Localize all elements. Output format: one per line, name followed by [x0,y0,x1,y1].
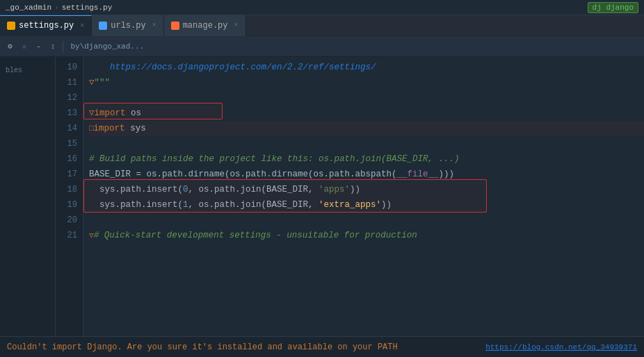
linenum-10: 10 [67,60,77,75]
code-sys-14: sys [130,121,146,136]
toolbar-gear[interactable]: ⚙ [4,40,16,52]
linenum-14: 14 [67,121,77,136]
tab-urls-close[interactable]: × [152,22,156,29]
code-comment-21: # Quick-start development settings - uns… [94,228,417,243]
toolbar-expand[interactable]: ↕ [47,41,59,52]
settings-file-icon [7,22,15,30]
code-str-18: 'apps' [319,182,350,197]
code-lines[interactable]: https://docs.djangoproject.com/en/2.2/re… [83,57,644,357]
tab-settings-close[interactable]: × [80,22,84,30]
code-docstring-11: """ [95,75,111,90]
code-line-12 [89,90,644,106]
code-file-17: __file__ [397,167,439,182]
title-file: settings.py [62,3,113,12]
status-link[interactable]: https://blog.csdn.net/qq_34939371 [485,343,637,351]
toolbar-star[interactable]: ☆ [19,40,31,52]
code-line-20 [89,213,644,228]
code-comma-18: , os.path.join(BASE_DIR, [188,182,319,197]
tab-manage[interactable]: manage.py × [164,15,246,36]
code-basedir-17: BASE_DIR = os.path.dirname(os.path.dirna… [89,167,397,182]
code-import-14: import [94,121,131,136]
sidebar: bles [0,57,56,357]
code-line-16: # Build paths inside the project like th… [89,151,644,167]
code-line-21: ▽ # Quick-start development settings - u… [89,228,644,243]
urls-file-icon [99,22,107,30]
code-line-19: sys.path.insert(1, os.path.join(BASE_DIR… [89,197,644,213]
code-close-18: )) [350,182,360,197]
title-bar-left: _go_xadmin › settings.py [6,3,112,12]
code-line-13: ▽ import os [89,106,644,121]
linenum-15: 15 [67,136,77,151]
breadcrumb: by\django_xad... [70,42,144,51]
linenum-13: 13 [67,106,77,121]
tab-manage-close[interactable]: × [234,22,238,29]
code-str-19: 'extra_apps' [319,197,381,213]
fold-icon-21: ▽ [89,228,94,243]
code-line-11: ▽""" [89,75,644,90]
code-line-10: https://docs.djangoproject.com/en/2.2/re… [89,60,644,75]
tab-settings-label: settings.py [19,21,74,31]
linenum-11: 11 [67,75,77,90]
code-sys-path-18: sys.path.insert( [89,182,183,197]
code-area: 10 11 12 13 14 15 16 17 18 19 20 21 [56,57,644,357]
status-bar: Couldn't import Django. Are you sure it'… [0,336,644,357]
manage-file-icon [171,22,179,30]
toolbar-separator [63,41,63,52]
linenum-21: 21 [67,228,77,243]
toolbar: ⚙ ☆ - ↕ by\django_xad... [0,36,644,57]
sidebar-label: bles [0,65,55,76]
code-num-18: 0 [183,182,188,197]
code-line-18: sys.path.insert(0, os.path.join(BASE_DIR… [89,182,644,197]
linenum-17: 17 [67,167,77,182]
toolbar-minus[interactable]: - [33,41,45,52]
code-comment-16: # Build paths inside the project like th… [89,151,460,167]
code-line-15 [89,136,644,151]
tab-bar: settings.py × urls.py × manage.py × [0,15,644,36]
title-project: _go_xadmin [6,3,51,12]
code-close-17: ))) [439,167,455,182]
tab-urls[interactable]: urls.py × [92,15,163,36]
code-num-19: 1 [183,197,188,213]
code-container: 10 11 12 13 14 15 16 17 18 19 20 21 [56,57,644,357]
code-line-17: BASE_DIR = os.path.dirname(os.path.dirna… [89,167,644,182]
linenum-18: 18 [67,182,77,197]
django-badge: dj django [588,2,638,13]
code-text-10: https://docs.djangoproject.com/en/2.2/re… [89,60,376,75]
tab-urls-label: urls.py [111,21,145,31]
main-layout: bles 10 11 12 13 14 15 16 17 18 19 20 21 [0,57,644,357]
code-text-12 [89,90,95,106]
linenum-19: 19 [67,197,77,213]
title-bar-right: dj django [588,2,638,13]
code-close-19: )) [381,197,392,213]
status-text: Couldn't import Django. Are you sure it'… [7,342,485,352]
fold-icon-13: ▽ [89,106,95,121]
code-text-11: ▽ [89,75,95,90]
code-text-15 [89,136,95,151]
code-comma-19: , os.path.join(BASE_DIR, [188,197,319,213]
code-import-13: import [95,106,131,121]
fold-icon-14: □ [89,121,94,136]
linenum-20: 20 [67,213,77,228]
line-numbers: 10 11 12 13 14 15 16 17 18 19 20 21 [56,57,83,357]
title-bar: _go_xadmin › settings.py dj django [0,0,644,15]
code-sys-path-19: sys.path.insert( [89,197,183,213]
code-text-20 [89,213,95,228]
code-line-14: □ import sys [89,121,644,136]
tab-settings[interactable]: settings.py × [0,15,92,36]
tab-manage-label: manage.py [183,21,228,31]
code-os-13: os [131,106,141,121]
linenum-16: 16 [67,151,77,167]
linenum-12: 12 [67,90,77,106]
